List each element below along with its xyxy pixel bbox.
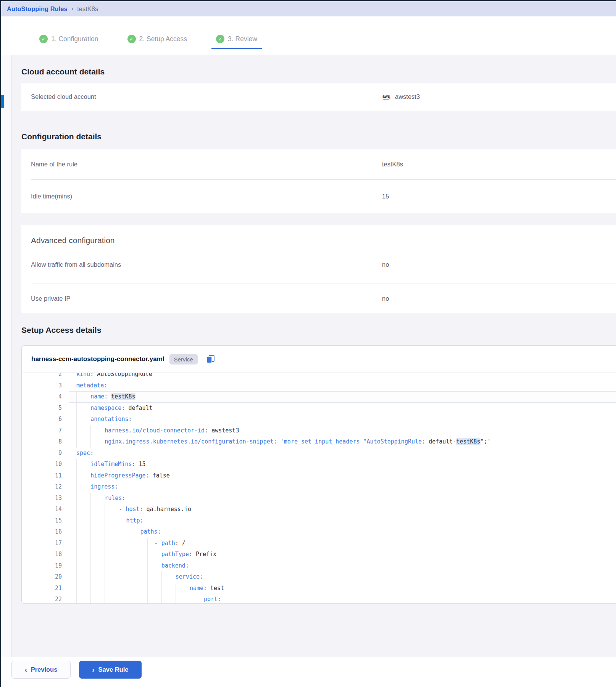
line-number: 21 bbox=[22, 583, 69, 594]
line-number: 17 bbox=[22, 538, 69, 549]
code-token: backend bbox=[161, 562, 185, 569]
code-line: 17- path: / bbox=[22, 538, 616, 549]
tab-setup-access[interactable]: ✓ 2. Setup Access bbox=[123, 35, 192, 49]
indent-guide bbox=[119, 526, 133, 538]
code-token: pathType bbox=[161, 551, 189, 558]
code-token: : bbox=[132, 461, 139, 468]
code-token: host bbox=[126, 506, 139, 513]
indent-guide bbox=[76, 403, 90, 414]
code-line: 9spec: bbox=[22, 448, 616, 459]
code-token: false bbox=[153, 472, 170, 479]
code-line: 13rules: bbox=[22, 493, 616, 504]
indent-guide bbox=[76, 481, 90, 493]
nav-scroll-indicator bbox=[1, 95, 4, 108]
code-text: kind: AutoStoppingRule bbox=[69, 373, 616, 380]
line-number: 6 bbox=[22, 414, 69, 425]
cloud-account-name: awstest3 bbox=[395, 93, 420, 100]
code-token: namespace bbox=[90, 405, 121, 411]
indent-guide bbox=[105, 538, 119, 549]
indent-guide bbox=[161, 583, 176, 594]
previous-button-label: Previous bbox=[31, 666, 58, 673]
code-line: 2kind: AutoStoppingRule bbox=[22, 373, 616, 380]
code-token: path bbox=[161, 540, 175, 547]
code-token: : bbox=[104, 382, 107, 389]
previous-button[interactable]: ‹ Previous bbox=[11, 661, 71, 679]
section-title-configuration: Configuration details bbox=[21, 131, 616, 142]
indent-guide bbox=[76, 515, 90, 527]
code-editor[interactable]: 2kind: AutoStoppingRule3metadata:4name: … bbox=[22, 373, 616, 604]
indent-guide bbox=[76, 538, 90, 549]
code-token: annotations bbox=[90, 416, 128, 423]
chevron-right-icon: › bbox=[92, 666, 95, 673]
allow-traffic-row: Allow traffic from all subdomains no bbox=[31, 246, 616, 284]
tab-review[interactable]: ✓ 3. Review bbox=[211, 35, 262, 49]
line-number: 19 bbox=[22, 560, 69, 572]
code-token: service bbox=[176, 573, 200, 580]
line-number: 8 bbox=[22, 436, 69, 448]
highlighted-token: testK8s bbox=[456, 438, 480, 445]
code-text: metadata: bbox=[69, 380, 616, 392]
indent-guide bbox=[90, 526, 105, 538]
code-token: : bbox=[175, 540, 182, 547]
tab-label: 1. Configuration bbox=[51, 35, 98, 43]
line-number: 2 bbox=[22, 373, 69, 380]
copy-yaml-button[interactable] bbox=[206, 354, 216, 364]
footer-actions: ‹ Previous › Save Rule bbox=[1, 657, 616, 687]
code-token: nginx.ingress.kubernetes.io/configuratio… bbox=[105, 438, 274, 445]
code-token: : bbox=[205, 427, 211, 434]
indent-guide bbox=[90, 504, 105, 515]
indent-guide bbox=[90, 594, 105, 604]
review-content-panel: Cloud account details Selected cloud acc… bbox=[11, 55, 616, 657]
code-token: : bbox=[158, 528, 161, 535]
row-label: Selected cloud account bbox=[31, 93, 96, 100]
save-rule-button[interactable]: › Save Rule bbox=[79, 661, 142, 679]
line-number: 4 bbox=[22, 391, 69, 403]
code-token: : bbox=[140, 506, 147, 513]
tab-configuration[interactable]: ✓ 1. Configuration bbox=[35, 35, 103, 49]
indent-guide bbox=[147, 571, 161, 583]
save-rule-button-label: Save Rule bbox=[98, 666, 129, 673]
line-number: 10 bbox=[22, 459, 69, 470]
code-text: spec: bbox=[69, 448, 616, 459]
code-token: ";' bbox=[481, 438, 491, 445]
indent-guide bbox=[76, 425, 90, 437]
breadcrumb-link-autostopping-rules[interactable]: AutoStopping Rules bbox=[7, 5, 68, 13]
code-line: 18pathType: Prefix bbox=[22, 549, 616, 560]
line-number: 13 bbox=[22, 493, 69, 504]
line-number: 18 bbox=[22, 549, 69, 560]
code-text: annotations: bbox=[69, 414, 616, 425]
indent-guide bbox=[133, 526, 140, 538]
code-token: kind bbox=[76, 373, 90, 377]
code-lines: 2kind: AutoStoppingRule3metadata:4name: … bbox=[22, 373, 616, 604]
indent-guide bbox=[161, 571, 176, 583]
row-label: Allow traffic from all subdomains bbox=[31, 261, 121, 268]
code-line: 10idleTimeMins: 15 bbox=[22, 459, 616, 470]
line-number: 15 bbox=[22, 515, 69, 527]
code-line: 12ingress: bbox=[22, 481, 616, 493]
code-text: hideProgressPage: false bbox=[69, 470, 616, 482]
code-token: : bbox=[200, 573, 203, 580]
line-number: 14 bbox=[22, 504, 69, 515]
indent-guide bbox=[76, 436, 90, 448]
indent-guide bbox=[133, 538, 147, 549]
indent-guide bbox=[133, 583, 147, 594]
row-label: Use private IP bbox=[31, 295, 71, 302]
code-token: / bbox=[182, 540, 185, 547]
indent-guide bbox=[119, 571, 133, 583]
line-number: 12 bbox=[22, 481, 69, 493]
code-token: AutoStoppingRule bbox=[97, 373, 152, 377]
code-line: 19backend: bbox=[22, 560, 616, 572]
code-line: 16paths: bbox=[22, 526, 616, 538]
indent-guide bbox=[176, 594, 190, 604]
tab-label: 2. Setup Access bbox=[139, 35, 187, 43]
check-circle-icon: ✓ bbox=[39, 35, 48, 43]
section-title-advanced-configuration: Advanced configuration bbox=[21, 225, 616, 246]
code-token: hideProgressPage bbox=[90, 472, 146, 479]
code-token: spec bbox=[76, 450, 90, 456]
code-token: : bbox=[122, 495, 125, 502]
idle-time-row: Idle time(mins) 15 bbox=[31, 179, 616, 213]
indent-guide bbox=[105, 515, 119, 527]
code-token: : bbox=[140, 517, 144, 524]
tab-label: 3. Review bbox=[228, 35, 257, 43]
check-circle-icon: ✓ bbox=[216, 35, 224, 43]
